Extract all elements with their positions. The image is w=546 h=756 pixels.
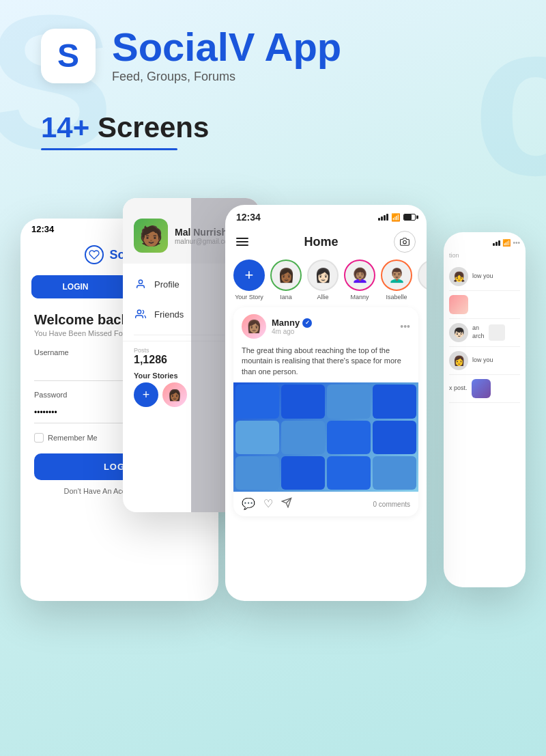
right-avatar-4: 👩 xyxy=(449,351,468,370)
story-allie[interactable]: 👩🏻 Allie xyxy=(307,260,339,300)
right-text-5: x post. xyxy=(449,384,468,393)
s3 xyxy=(384,215,386,221)
allie-story[interactable]: 👩🏻 xyxy=(307,260,339,291)
right-feed-3: 👦🏻 an arch xyxy=(449,319,520,347)
img-b5 xyxy=(235,421,279,454)
home-time: 12:34 xyxy=(236,212,261,223)
allie-label: Allie xyxy=(317,294,328,300)
right-text-3: an arch xyxy=(472,324,485,340)
rs3 xyxy=(498,240,500,246)
phone-home-screen: 12:34 📶 Home xyxy=(225,205,427,601)
header-text: SocialV App Feed, Groups, Forums xyxy=(112,27,341,84)
home-battery-fill xyxy=(404,214,412,220)
home-status-bar: 12:34 📶 xyxy=(225,205,427,227)
story-je[interactable]: 👦 Je... xyxy=(418,260,427,300)
post-header: 👩🏽 Manny ✓ 4m ago ••• xyxy=(233,307,418,346)
camera-button[interactable] xyxy=(394,231,416,253)
menu-button[interactable] xyxy=(236,238,248,246)
friends-icon xyxy=(134,307,147,321)
your-story-label: Your Story xyxy=(235,294,263,300)
app-header: S SocialV App Feed, Groups, Forums xyxy=(0,0,546,98)
post-username: Manny ✓ xyxy=(272,318,394,328)
screens-number: 14+ xyxy=(41,111,89,143)
like-icon[interactable]: ♡ xyxy=(263,497,273,511)
right-signal xyxy=(493,240,500,246)
post-more-button[interactable]: ••• xyxy=(400,321,410,332)
img-b3 xyxy=(327,384,371,418)
story-manny[interactable]: 👩🏽‍🦱 Manny xyxy=(344,260,375,300)
add-story-circle[interactable]: + xyxy=(233,260,265,291)
right-feed-2 xyxy=(449,291,520,319)
img-b11 xyxy=(327,456,371,490)
profile-avatar: 🧑🏾 xyxy=(134,219,168,253)
app-title: SocialV App xyxy=(112,27,341,67)
post-card: 👩🏽 Manny ✓ 4m ago ••• The great thing ab… xyxy=(233,307,418,516)
right-feed-1: 👧 low you xyxy=(449,263,520,291)
home-status-icons: 📶 xyxy=(378,213,416,222)
right-text-1: low you xyxy=(472,272,493,281)
hamburger-line-2 xyxy=(236,241,248,242)
svg-point-0 xyxy=(139,280,142,283)
isabelle-label: Isabelle xyxy=(386,294,407,300)
story-thumb-1[interactable]: 👩🏾 xyxy=(162,382,187,407)
comment-icon[interactable]: 💬 xyxy=(242,497,255,511)
screens-text: Screens xyxy=(98,111,209,143)
nav-profile-label: Profile xyxy=(154,279,179,290)
add-story-mini[interactable]: + xyxy=(134,382,158,407)
story-isabelle[interactable]: 👨🏽‍🦱 Isabelle xyxy=(381,260,412,300)
post-action-left: 💬 ♡ xyxy=(242,497,292,511)
phones-showcase: 12:34 📶 SocialV xyxy=(14,178,532,642)
post-user-info: Manny ✓ 4m ago xyxy=(272,318,394,335)
rs1 xyxy=(493,243,495,246)
app-subtitle: Feed, Groups, Forums xyxy=(112,70,341,84)
share-icon[interactable] xyxy=(281,497,292,511)
isabelle-story[interactable]: 👨🏽‍🦱 xyxy=(381,260,412,291)
login-time: 12:34 xyxy=(31,224,54,234)
right-phone-content: 📶 ••• tion 👧 low you 👦🏻 an arch xyxy=(444,232,526,410)
svg-point-2 xyxy=(403,240,407,244)
right-more: ••• xyxy=(513,239,520,247)
brand-icon xyxy=(85,245,104,264)
home-title: Home xyxy=(304,235,338,249)
story-iana[interactable]: 👩🏾 Iana xyxy=(270,260,302,300)
right-tion-label: tion xyxy=(449,252,520,259)
s4 xyxy=(386,214,388,221)
right-avatar-3: 👦🏻 xyxy=(449,323,468,342)
manny-story[interactable]: 👩🏽‍🦱 xyxy=(344,260,375,291)
iana-label: Iana xyxy=(280,294,292,300)
home-battery xyxy=(403,214,416,221)
home-signal xyxy=(378,214,388,221)
phone-right-screen: 📶 ••• tion 👧 low you 👦🏻 an arch xyxy=(444,232,526,587)
img-b7 xyxy=(327,421,371,454)
right-status-bar: 📶 ••• xyxy=(449,239,520,247)
rs2 xyxy=(495,242,498,246)
post-time: 4m ago xyxy=(272,328,394,335)
right-wifi: 📶 xyxy=(502,239,511,247)
manny-label: Manny xyxy=(350,294,369,300)
tab-login[interactable]: LOGIN xyxy=(31,275,119,298)
iana-story[interactable]: 👩🏾 xyxy=(270,260,302,291)
img-b8 xyxy=(373,421,416,454)
img-b2 xyxy=(281,384,325,418)
home-wifi-icon: 📶 xyxy=(391,213,401,222)
img-b12 xyxy=(373,456,416,490)
post-avatar: 👩🏽 xyxy=(242,314,266,339)
img-b9 xyxy=(235,456,279,490)
image-blocks xyxy=(233,382,418,492)
right-post-thumb xyxy=(472,379,491,398)
nav-friends-label: Friends xyxy=(154,309,184,320)
remember-left: Remember Me xyxy=(34,433,98,443)
stories-row: + Your Story 👩🏾 Iana 👩🏻 Allie 👩🏽‍🦱 Manny… xyxy=(225,260,427,307)
right-text-4: low you xyxy=(472,356,493,365)
je-story[interactable]: 👦 xyxy=(418,260,427,291)
story-your[interactable]: + Your Story xyxy=(233,260,265,300)
right-thumb-2 xyxy=(449,295,468,314)
post-image xyxy=(233,382,418,492)
s1 xyxy=(378,218,380,221)
post-actions: 💬 ♡ 0 comments xyxy=(233,492,418,516)
img-b10 xyxy=(281,456,325,490)
img-b4 xyxy=(373,384,416,418)
remember-checkbox[interactable] xyxy=(34,433,44,443)
screens-section: 14+ Screens xyxy=(0,98,546,178)
profile-icon xyxy=(134,277,147,291)
